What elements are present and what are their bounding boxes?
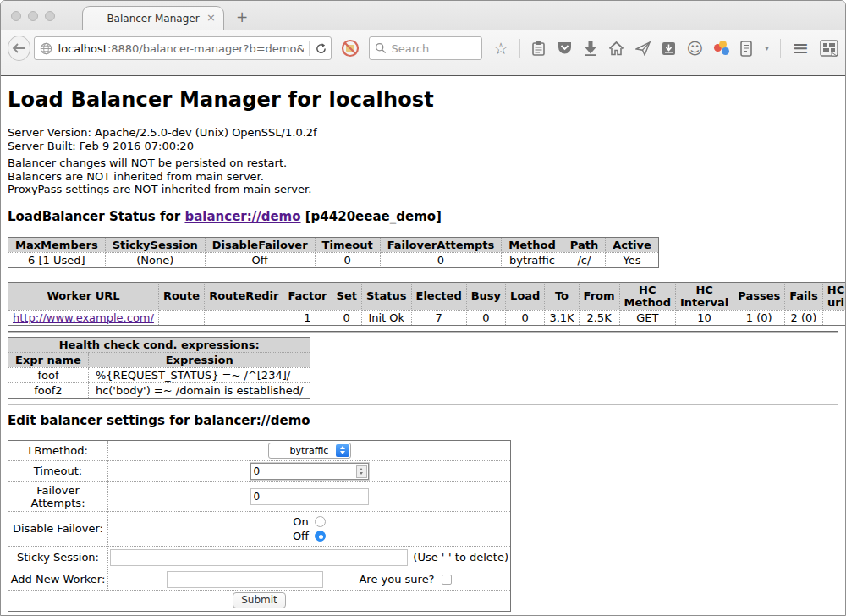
home-icon[interactable] bbox=[608, 41, 624, 56]
column-header: Worker URL bbox=[8, 282, 159, 310]
menu-icon[interactable]: ≡ bbox=[792, 36, 809, 60]
cell-hc-method: GET bbox=[619, 310, 675, 325]
cell-timeout: 0 bbox=[315, 252, 380, 267]
form-row-disable-failover: Disable Failover: On Off bbox=[8, 511, 511, 546]
failover-attempts-input[interactable] bbox=[250, 488, 369, 505]
clipboard-icon[interactable] bbox=[531, 41, 546, 57]
cell-disablefailover: Off bbox=[205, 252, 315, 267]
cell-hc-interval: 10 bbox=[675, 310, 733, 325]
timeout-input[interactable] bbox=[250, 463, 369, 480]
are-you-sure-checkbox[interactable] bbox=[442, 575, 452, 585]
column-header: Busy bbox=[466, 282, 505, 310]
form-row-sticky-session: Sticky Session: (Use '-' to delete) bbox=[8, 546, 511, 569]
minimize-window-button[interactable] bbox=[28, 11, 38, 21]
disable-failover-on-radio[interactable] bbox=[315, 516, 326, 527]
column-header: Load bbox=[506, 282, 545, 310]
column-header: Method bbox=[502, 237, 563, 252]
worker-row: http://www.example.com/ 1 0 Init Ok 7 0 … bbox=[8, 310, 846, 325]
cell-stickysession: (None) bbox=[105, 252, 205, 267]
notes-panel-icon[interactable] bbox=[740, 41, 752, 57]
column-header: To bbox=[545, 282, 579, 310]
column-header: Expression bbox=[88, 352, 310, 367]
balancer-demo-link[interactable]: balancer://demo bbox=[184, 209, 300, 224]
page-title: Load Balancer Manager for localhost bbox=[8, 88, 838, 112]
column-header: Timeout bbox=[315, 237, 380, 252]
pocket-icon[interactable] bbox=[557, 41, 573, 56]
number-spinner-icon[interactable] bbox=[356, 465, 367, 478]
tab-title: Balancer Manager bbox=[107, 13, 199, 25]
edit-balancer-form: LBmethod: bytraffic Timeout: bbox=[8, 440, 511, 612]
column-header: HC Interval bbox=[675, 282, 733, 310]
save-page-icon[interactable] bbox=[662, 41, 676, 56]
close-window-button[interactable] bbox=[11, 11, 21, 21]
cell-passes: 1 (0) bbox=[733, 310, 785, 325]
search-input[interactable] bbox=[392, 42, 476, 55]
notice-proxypass: ProxyPass settings are NOT inherited fro… bbox=[8, 183, 838, 196]
search-bar[interactable] bbox=[369, 36, 482, 60]
tab-balancer-manager[interactable]: Balancer Manager × bbox=[82, 6, 224, 30]
column-header: Passes bbox=[733, 282, 785, 310]
cell-set: 0 bbox=[332, 310, 361, 325]
toolbar-separator bbox=[780, 39, 781, 58]
notice-inherit: Balancers are NOT inherited from main se… bbox=[8, 170, 838, 184]
close-tab-icon[interactable]: × bbox=[206, 12, 216, 24]
sticky-session-input[interactable] bbox=[110, 549, 408, 566]
zoom-window-button[interactable] bbox=[45, 11, 55, 21]
radio-off-label: Off bbox=[293, 530, 309, 542]
divider bbox=[8, 404, 838, 405]
cell-method: bytraffic bbox=[502, 252, 563, 267]
notice-restart: Balancer changes will NOT be persisted o… bbox=[8, 157, 838, 170]
reload-icon[interactable] bbox=[315, 42, 327, 55]
balancer-status-table: MaxMembers StickySession DisableFailover… bbox=[8, 237, 659, 268]
cell-status: Init Ok bbox=[361, 310, 411, 325]
disable-failover-off-radio[interactable] bbox=[315, 531, 326, 542]
add-worker-label: Add New Worker: bbox=[8, 569, 108, 590]
sticky-session-hint: (Use '-' to delete) bbox=[413, 551, 508, 564]
select-stepper-icon bbox=[336, 444, 349, 457]
browser-window: Balancer Manager × + localhost:8880/bala… bbox=[0, 0, 846, 616]
cell-failoverattempts: 0 bbox=[380, 252, 502, 267]
column-header: Status bbox=[361, 282, 411, 310]
submit-button[interactable]: Submit bbox=[233, 592, 286, 608]
url-text: localhost:8880/balancer-manager?b=demo&n… bbox=[58, 42, 304, 55]
lbmethod-select[interactable]: bytraffic bbox=[268, 443, 351, 459]
notices: Balancer changes will NOT be persisted o… bbox=[8, 157, 838, 196]
cell-maxmembers: 6 [1 Used] bbox=[8, 252, 106, 267]
worker-url-link[interactable]: http://www.example.com/ bbox=[13, 311, 154, 324]
globe-icon bbox=[40, 42, 52, 55]
bookmark-star-icon[interactable]: ☆ bbox=[494, 40, 508, 57]
send-tab-icon[interactable] bbox=[635, 41, 651, 56]
cell-expr-name: foof bbox=[8, 367, 89, 382]
url-bar[interactable]: localhost:8880/balancer-manager?b=demo&n… bbox=[34, 36, 332, 60]
blocked-content-icon[interactable] bbox=[340, 38, 360, 58]
page-content: Load Balancer Manager for localhost Serv… bbox=[1, 88, 845, 616]
form-row-submit: Submit bbox=[8, 590, 511, 611]
toolbar-icons: ☆ ☺ bbox=[494, 36, 839, 60]
form-row-timeout: Timeout: bbox=[8, 460, 511, 481]
feedback-smiley-icon[interactable]: ☺ bbox=[687, 40, 704, 57]
column-header: FailoverAttempts bbox=[380, 237, 502, 252]
downloads-icon[interactable] bbox=[584, 41, 597, 56]
overflow-caret-icon[interactable]: ▾ bbox=[765, 44, 769, 52]
column-header: Elected bbox=[411, 282, 466, 310]
cell-expression: hc('body') =~ /domain is established/ bbox=[88, 382, 310, 398]
grid-extension-icon[interactable] bbox=[820, 40, 838, 57]
cell-path: /c/ bbox=[563, 252, 605, 267]
add-worker-input[interactable] bbox=[167, 571, 323, 588]
hc-table-title: Health check cond. expressions: bbox=[8, 337, 310, 352]
colorful-dots-icon[interactable] bbox=[714, 41, 729, 56]
column-header: DisableFailover bbox=[205, 237, 315, 252]
back-button[interactable] bbox=[8, 36, 30, 61]
form-row-lbmethod: LBmethod: bytraffic bbox=[8, 440, 511, 460]
new-tab-button[interactable]: + bbox=[236, 8, 248, 25]
column-header: Active bbox=[606, 237, 659, 252]
cell-fails: 2 (0) bbox=[785, 310, 823, 325]
cell-worker-url: http://www.example.com/ bbox=[8, 310, 159, 325]
back-arrow-icon bbox=[12, 43, 25, 53]
table-row: foof2 hc('body') =~ /domain is establish… bbox=[8, 382, 310, 398]
server-built: Server Built: Feb 9 2016 07:00:20 bbox=[8, 140, 838, 153]
cell-expression: %{REQUEST_STATUS} =~ /^[234]/ bbox=[88, 367, 310, 382]
tab-bar: Balancer Manager × + bbox=[1, 1, 845, 30]
window-controls[interactable] bbox=[11, 11, 55, 21]
lbmethod-selected-value: bytraffic bbox=[290, 445, 329, 456]
